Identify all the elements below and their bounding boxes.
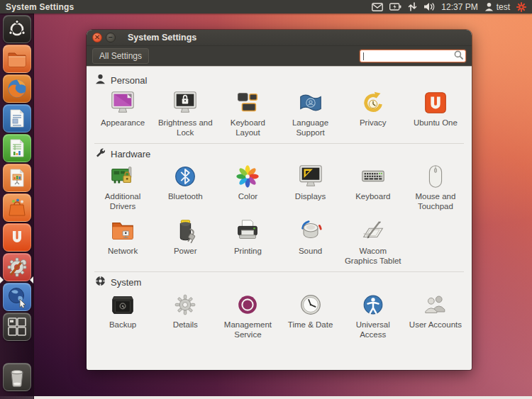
keyboard-icon	[360, 163, 387, 190]
user-accounts-icon	[422, 291, 449, 318]
window-toolbar: All Settings	[87, 46, 472, 67]
files-icon[interactable]	[3, 45, 31, 73]
mouse-touchpad-icon	[422, 163, 449, 190]
system-settings-window: ✕ − System Settings All Settings Persona…	[87, 30, 472, 370]
ubuntu-one-icon	[422, 89, 449, 116]
privacy-icon	[360, 89, 387, 116]
tile-mouse-touchpad[interactable]: Mouse and Touchpad	[404, 163, 467, 211]
bluetooth-icon	[172, 163, 199, 190]
trash-icon[interactable]	[3, 363, 31, 391]
tile-user-accounts[interactable]: User Accounts	[404, 291, 467, 330]
system-tiles: Backup Details Management Service Time &…	[92, 291, 467, 339]
section-separator	[94, 271, 464, 272]
libreoffice-writer-icon[interactable]	[3, 104, 31, 133]
wacom-icon	[360, 218, 387, 245]
libreoffice-impress-icon[interactable]	[3, 164, 31, 192]
time-date-icon	[297, 291, 324, 318]
firefox-icon[interactable]	[3, 74, 31, 103]
session-gear-icon[interactable]	[516, 2, 526, 12]
user-icon	[484, 2, 494, 11]
tile-brightness-lock[interactable]: Brightness and Lock	[154, 89, 216, 137]
tile-power[interactable]: Power	[154, 218, 216, 257]
tile-management-service[interactable]: Management Service	[216, 291, 279, 339]
language-support-icon	[297, 89, 324, 116]
search-icon	[454, 50, 463, 62]
tile-keyboard[interactable]: Keyboard	[342, 163, 404, 202]
section-header-hardware: Hardware	[95, 147, 467, 160]
panel-clock[interactable]: 12:37 PM	[441, 2, 477, 12]
top-panel: System Settings 12:37 PM test	[0, 0, 532, 13]
window-titlebar[interactable]: ✕ − System Settings	[87, 30, 472, 46]
section-header-personal: Personal	[95, 74, 467, 86]
power-icon	[172, 218, 199, 245]
section-header-system: System	[95, 276, 467, 288]
software-center-icon[interactable]	[3, 193, 31, 222]
tile-appearance[interactable]: Appearance	[92, 89, 154, 128]
libreoffice-calc-icon[interactable]	[3, 134, 31, 162]
personal-section-icon	[95, 74, 106, 86]
window-title: System Settings	[128, 33, 196, 43]
printing-icon	[234, 218, 261, 245]
minimize-icon[interactable]: −	[106, 33, 116, 43]
sound-icon	[297, 218, 324, 245]
close-icon[interactable]: ✕	[92, 33, 102, 43]
tile-details[interactable]: Details	[154, 291, 216, 330]
system-section-icon	[95, 276, 106, 288]
search-box[interactable]	[360, 50, 466, 62]
tile-universal-access[interactable]: Universal Access	[342, 291, 404, 339]
tile-sound[interactable]: Sound	[279, 218, 341, 257]
color-icon	[234, 163, 261, 190]
tile-color[interactable]: Color	[216, 163, 279, 202]
management-service-icon	[234, 291, 261, 318]
tile-displays[interactable]: Displays	[279, 163, 341, 202]
launcher-running-arrow	[0, 276, 4, 283]
tile-bluetooth[interactable]: Bluetooth	[154, 163, 216, 202]
battery-icon[interactable]	[389, 3, 401, 11]
displays-icon	[297, 163, 324, 190]
unity-launcher	[0, 13, 34, 399]
section-separator	[94, 143, 464, 144]
dash-home-icon[interactable]	[3, 15, 31, 43]
system-settings-launcher-icon[interactable]	[3, 253, 31, 281]
tile-additional-drivers[interactable]: Additional Drivers	[92, 163, 154, 211]
volume-icon[interactable]	[423, 2, 435, 11]
tile-keyboard-layout[interactable]: Keyboard Layout	[216, 89, 279, 137]
screen-bottom-strip	[0, 396, 532, 399]
personal-tiles: Appearance Brightness and Lock Keyboard …	[92, 89, 467, 137]
tile-printing[interactable]: Printing	[216, 218, 279, 257]
tile-backup[interactable]: Backup	[92, 291, 154, 330]
settings-content: Personal Appearance Brightness and Lock …	[87, 67, 472, 340]
ubuntu-one-launcher-icon[interactable]	[3, 223, 31, 252]
mail-icon[interactable]	[372, 3, 383, 11]
network-traffic-icon[interactable]	[408, 2, 417, 11]
backup-icon	[109, 291, 136, 318]
user-menu[interactable]: test	[484, 2, 510, 12]
tile-time-date[interactable]: Time & Date	[279, 291, 341, 330]
keyboard-layout-icon	[234, 89, 261, 116]
details-icon	[172, 291, 199, 318]
network-icon	[109, 218, 136, 245]
tile-privacy[interactable]: Privacy	[342, 89, 404, 128]
tile-language-support[interactable]: Language Support	[279, 89, 341, 137]
hardware-section-icon	[95, 147, 106, 160]
all-settings-button[interactable]: All Settings	[92, 48, 149, 64]
remote-browser-icon[interactable]	[3, 283, 31, 311]
appearance-icon	[109, 89, 136, 116]
tile-wacom[interactable]: Wacom Graphics Tablet	[342, 218, 404, 266]
launcher-focused-arrow	[30, 276, 33, 283]
search-input[interactable]	[364, 51, 454, 61]
additional-drivers-icon	[109, 163, 136, 190]
hardware-tiles: Additional Drivers Bluetooth Color Displ…	[92, 163, 467, 266]
brightness-lock-icon	[172, 89, 199, 116]
panel-app-title: System Settings	[6, 2, 74, 12]
tile-network[interactable]: Network	[92, 218, 154, 257]
universal-access-icon	[360, 291, 387, 318]
workspace-switcher-icon[interactable]	[3, 313, 31, 341]
tile-ubuntu-one[interactable]: Ubuntu One	[404, 89, 467, 128]
panel-username: test	[497, 2, 510, 12]
